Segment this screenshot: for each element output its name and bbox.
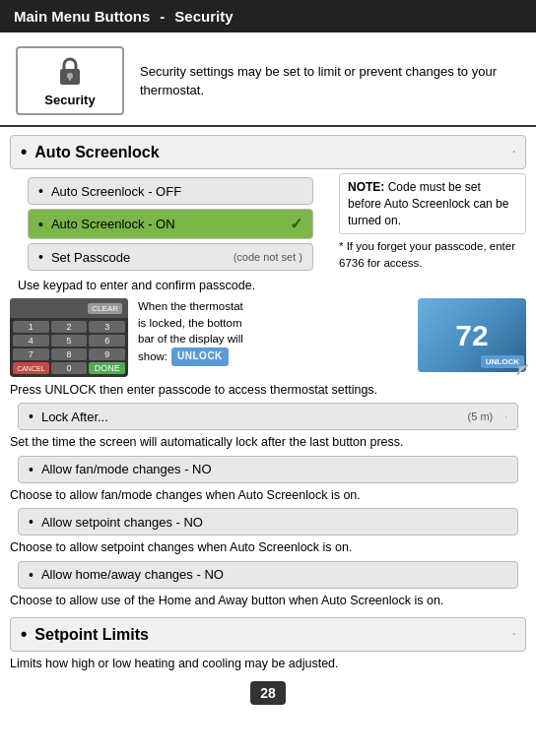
page-header: Main Menu Buttons - Security [0,0,536,32]
cancel-key[interactable]: CANCEL [13,362,49,374]
keypad-desc-line4: show: UNLOCK [138,347,408,366]
thermostat-display: 72 UNLOCK [418,298,526,372]
fan-mode-option[interactable]: • Allow fan/mode changes - NO [18,456,518,483]
home-away-label: Allow home/away changes - NO [41,567,224,582]
lock-after-label: Lock After... [41,410,108,424]
intro-section: Security Security settings may be set to… [0,32,536,127]
setpoint-section-dot: · [512,629,515,640]
fan-mode-label: Allow fan/mode changes - NO [41,462,212,476]
done-key[interactable]: DONE [89,362,125,374]
home-away-option[interactable]: • Allow home/away changes - NO [18,561,518,589]
header-separator: - [160,8,165,25]
lock-after-value: (5 m) [468,410,494,422]
screenlock-options-area: • Auto Screenlock - OFF • Auto Screenloc… [10,173,526,275]
keypad-desc-line2: is locked, the bottom [138,315,408,332]
key-3[interactable]: 3 [89,321,125,333]
key-0[interactable]: 0 [51,362,88,374]
screenlock-options-list: • Auto Screenlock - OFF • Auto Screenloc… [10,173,331,275]
screenlock-on-option[interactable]: • Auto Screenlock - ON ✓ [28,209,313,239]
screenlock-off-label: Auto Screenlock - OFF [51,184,181,199]
hand-cursor-icon [512,355,534,377]
setpoint-limits-header: • Setpoint Limits · [10,617,526,652]
code-not-set-note: (code not set ) [234,251,302,263]
lock-icon [56,55,84,89]
screenlock-on-label: Auto Screenlock - ON [51,217,175,231]
checkmark-icon: ✓ [290,215,302,233]
screenlock-off-option[interactable]: • Auto Screenlock - OFF [28,177,313,205]
keypad-desc-line3: bar of the display will [138,331,408,347]
home-away-desc: Choose to allow use of the Home and Away… [10,593,526,610]
note-title: NOTE: [348,180,384,194]
clear-button[interactable]: CLEAR [88,303,122,314]
header-title: Main Menu Buttons [14,8,150,25]
key-6[interactable]: 6 [89,335,125,346]
keypad-image: CLEAR 1 2 3 4 5 6 7 8 9 CANCEL 0 DONE [10,298,128,377]
intro-description: Security settings may be set to limit or… [140,62,520,100]
setpoint-changes-option[interactable]: • Allow setpoint changes - NO [18,508,518,536]
header-section: Security [174,8,233,25]
setpoint-limits-desc: Limits how high or low heating and cooli… [10,656,526,673]
setpoint-changes-label: Allow setpoint changes - NO [41,515,203,530]
section-bullet: • [21,142,27,162]
keypad-top-bar: CLEAR [10,298,128,318]
thermostat-display-wrapper: 72 UNLOCK [418,298,526,372]
svg-rect-2 [69,76,71,81]
setpoint-bullet: • [21,624,27,645]
press-unlock-text: Press UNLOCK then enter passcode to acce… [10,383,526,397]
setpoint-changes-desc: Choose to allow setpoint changes when Au… [10,539,526,557]
security-icon-box: Security [16,46,124,115]
confirm-passcode-text: Use keypad to enter and confirm passcode… [18,279,526,292]
note-box: NOTE: Code must be set before Auto Scree… [339,173,526,234]
auto-screenlock-title: Auto Screenlock [34,144,159,161]
asterisk-note: * If you forget your passcode, enter 673… [339,238,526,275]
set-passcode-label: Set Passcode [51,250,130,265]
temperature-display: 72 [455,319,488,352]
keypad-description: When the thermostat is locked, the botto… [138,298,408,366]
lock-after-dot: · [504,411,507,422]
fan-mode-desc: Choose to allow fan/mode changes when Au… [10,487,526,505]
keypad-desc-line1: When the thermostat [138,298,408,315]
security-label: Security [44,93,95,107]
unlock-button-inline[interactable]: UNLOCK [171,347,229,366]
lock-after-option[interactable]: • Lock After... (5 m) · [18,403,518,430]
keypad-grid: 1 2 3 4 5 6 7 8 9 CANCEL 0 DONE [10,318,128,377]
set-passcode-option[interactable]: • Set Passcode (code not set ) [28,243,313,271]
section-dot: · [512,147,515,158]
key-9[interactable]: 9 [89,348,125,360]
note-column: NOTE: Code must be set before Auto Scree… [339,173,526,275]
key-4[interactable]: 4 [13,335,49,346]
key-7[interactable]: 7 [13,348,49,360]
key-5[interactable]: 5 [51,335,88,346]
page-number: 28 [250,681,286,705]
setpoint-limits-title: Setpoint Limits [34,626,149,644]
key-8[interactable]: 8 [51,348,88,360]
key-2[interactable]: 2 [51,321,88,333]
keypad-section: CLEAR 1 2 3 4 5 6 7 8 9 CANCEL 0 DONE Wh… [10,298,526,377]
auto-screenlock-header: • Auto Screenlock · [10,135,526,169]
key-1[interactable]: 1 [13,321,49,333]
lock-after-desc: Set the time the screen will automatical… [10,434,526,452]
